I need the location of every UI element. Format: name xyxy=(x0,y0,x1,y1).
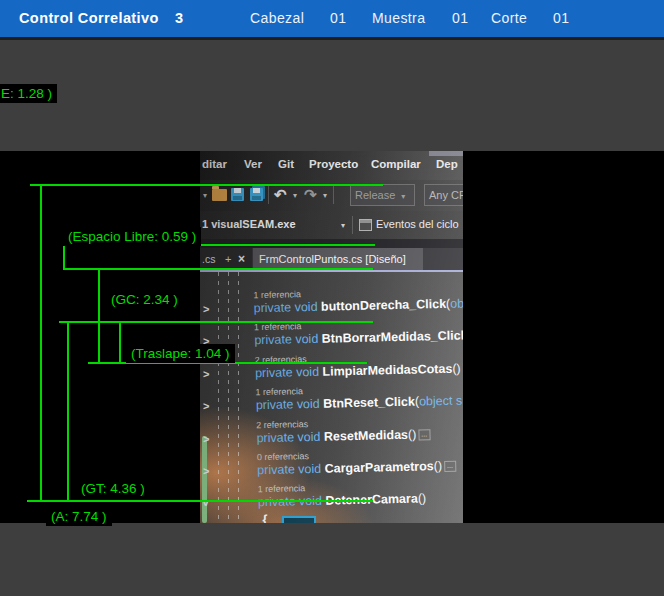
header-bar: Control Correlativo 3 Cabezal 01 Muestra… xyxy=(0,0,664,37)
code-line: 1 referenciaprivate void buttonDerecha_C… xyxy=(253,285,463,316)
code-lines: 1 referenciaprivate void buttonDerecha_C… xyxy=(200,266,463,523)
correlative-counter: 3 xyxy=(175,0,183,37)
photo-run-row: 1 visualSEAM.exe ▾ Eventos del ciclo xyxy=(200,211,463,239)
chevron-down-icon: ▾ xyxy=(203,191,207,200)
change-indicator-bar xyxy=(202,436,207,523)
field-cabezal-label: Cabezal xyxy=(250,0,304,37)
menu-proyecto: Proyecto xyxy=(309,158,358,170)
measure-line-a-bottom xyxy=(27,500,373,502)
field-corte-label: Corte xyxy=(491,0,527,37)
field-corte-value: 01 xyxy=(553,0,569,37)
menu-depurar: Dep xyxy=(436,158,458,170)
tab-fragment-label: .cs xyxy=(202,248,215,270)
save-all-icon xyxy=(250,188,263,201)
measure-label-e: E: 1.28 ) xyxy=(0,84,57,103)
form-events-icon xyxy=(359,219,372,231)
code-brace: { xyxy=(262,512,267,523)
code-line: 1 referenciaprivate void DetenerCamara() xyxy=(258,481,427,511)
fold-chevron-icon: > xyxy=(203,465,209,477)
chevron-down-icon: ▾ xyxy=(323,191,327,200)
toolbar-divider xyxy=(352,216,353,234)
code-line: 1 referenciaprivate void BtnReset_Click(… xyxy=(255,383,462,414)
measure-label-a: (A: 7.74 ) xyxy=(46,507,112,526)
designer-button-fragment xyxy=(282,516,316,523)
header-shadow xyxy=(0,37,664,40)
tab-active: FrmControlPuntos.cs [Diseño] xyxy=(253,248,423,270)
measure-label-gt: (GT: 4.36 ) xyxy=(76,479,150,498)
code-line: 2 referenciasprivate void ResetMedidas()… xyxy=(256,416,430,446)
measure-line-a-vertical xyxy=(40,184,42,502)
run-target: 1 visualSEAM.exe xyxy=(202,218,296,230)
measure-line-traslape-vertical xyxy=(119,321,121,364)
camera-photo: ditar Ver Git Proyecto Compilar Dep ▾ ↶ … xyxy=(200,151,463,523)
measure-line-gc-vertical xyxy=(98,268,100,364)
measure-line-gt-top xyxy=(59,321,373,323)
measure-label-espacio: (Espacio Libre: 0.59 ) xyxy=(63,227,201,246)
events-label: Eventos del ciclo xyxy=(376,218,459,230)
measure-label-gc: (GC: 2.34 ) xyxy=(106,290,183,309)
pin-icon: + xyxy=(225,248,231,270)
fold-chevron-icon: > xyxy=(203,368,209,380)
photo-menubar: ditar Ver Git Proyecto Compilar Dep xyxy=(200,151,463,180)
measure-line-espacio-vertical xyxy=(63,244,65,270)
fold-chevron-icon: > xyxy=(203,303,209,315)
measure-line-gt-vertical xyxy=(67,321,69,502)
chevron-down-icon: ▾ xyxy=(293,191,297,200)
menu-editar: ditar xyxy=(202,158,227,170)
menu-ver: Ver xyxy=(244,158,262,170)
app-title: Control Correlativo xyxy=(19,0,159,37)
toolbar-divider xyxy=(333,186,334,204)
top-panel xyxy=(0,40,664,151)
save-icon xyxy=(231,188,244,201)
open-folder-icon xyxy=(212,189,227,201)
close-icon: × xyxy=(238,248,245,270)
undo-icon: ↶ xyxy=(274,186,287,204)
release-dropdown: Release▾ xyxy=(350,184,415,206)
bottom-panel xyxy=(0,523,664,596)
fold-chevron-icon: > xyxy=(203,400,209,412)
measure-line-espacio-bottom xyxy=(64,268,373,270)
code-line: 0 referenciasprivate void CargarParametr… xyxy=(257,448,456,479)
field-cabezal-value: 01 xyxy=(330,0,346,37)
toolbar-divider xyxy=(268,186,269,204)
photo-code-editor: 1 referenciaprivate void buttonDerecha_C… xyxy=(200,272,463,523)
field-muestra-label: Muestra xyxy=(372,0,425,37)
screen-glare-strip xyxy=(429,151,463,156)
tab-fragment: .cs + × xyxy=(200,248,252,270)
menu-git: Git xyxy=(278,158,294,170)
measure-label-traslape: (Traslape: 1.04 ) xyxy=(126,344,235,363)
measure-line-a-top xyxy=(30,184,383,186)
code-line: 2 referenciasprivate void LimpiarMedidas… xyxy=(255,350,463,381)
platform-dropdown: Any CP xyxy=(424,184,463,206)
fold-chevron-icon: > xyxy=(203,433,209,445)
field-muestra-value: 01 xyxy=(452,0,468,37)
menu-compilar: Compilar xyxy=(371,158,421,170)
redo-icon: ↷ xyxy=(304,186,317,204)
chevron-down-icon: ▾ xyxy=(341,221,345,230)
app-window: Control Correlativo 3 Cabezal 01 Muestra… xyxy=(0,0,664,596)
